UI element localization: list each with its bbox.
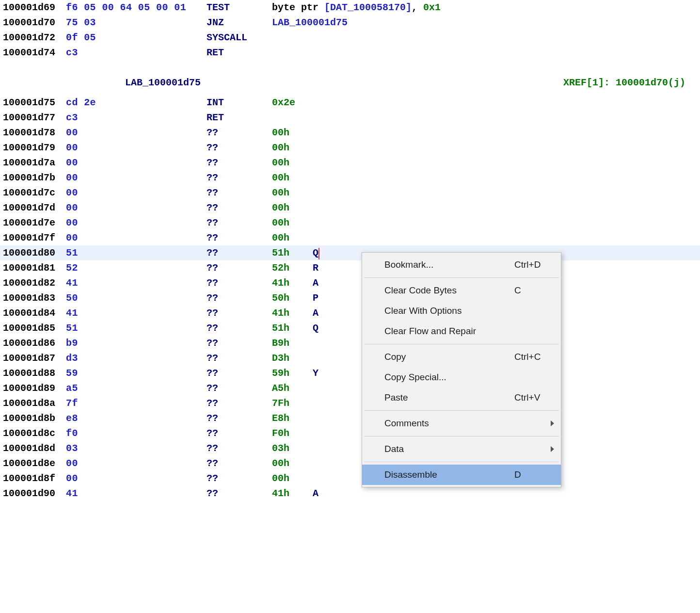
disassembly-row[interactable]: 100001d7e00??00h (0, 215, 700, 230)
address-column: 100001d86 (3, 336, 66, 351)
disassembly-row[interactable]: 100001d8241??41h A (0, 275, 700, 290)
bytes-column: e8 (66, 411, 207, 426)
address-column: 100001d8d (3, 441, 66, 456)
operand-column: 00h (272, 230, 700, 245)
address-column: 100001d8f (3, 471, 66, 486)
address-column: 100001d69 (3, 0, 66, 15)
address-column: 100001d78 (3, 125, 66, 140)
menu-item-shortcut: Ctrl+C (514, 350, 553, 364)
operand-column: 0x2e (272, 95, 700, 110)
address-column: 100001d77 (3, 110, 66, 125)
address-column: 100001d7f (3, 230, 66, 245)
address-column: 100001d7e (3, 215, 66, 230)
address-column: 100001d87 (3, 351, 66, 366)
bytes-column: 52 (66, 260, 207, 275)
disassembly-row[interactable]: 100001d8859??59h Y (0, 366, 700, 381)
menu-item-copy-special[interactable]: Copy Special... (362, 367, 561, 387)
operand-column: 00h (272, 125, 700, 140)
disassembly-row[interactable]: 100001d8be8??E8h (0, 411, 700, 426)
mnemonic-column: ?? (207, 155, 272, 170)
disassembly-row[interactable]: 100001d8d03??03h (0, 441, 700, 456)
mnemonic-column: ?? (207, 140, 272, 155)
address-column: 100001d7a (3, 155, 66, 170)
operand-column: 41h A (272, 486, 700, 501)
bytes-column: 00 (66, 185, 207, 200)
code-label-row[interactable]: LAB_100001d75XREF[1]: 100001d70(j) (0, 75, 700, 90)
mnemonic-column: ?? (207, 426, 272, 441)
menu-item-clear-with-options[interactable]: Clear With Options (362, 301, 561, 321)
menu-item-clear-flow-and-repair[interactable]: Clear Flow and Repair (362, 321, 561, 341)
bytes-column: 00 (66, 140, 207, 155)
code-label[interactable]: LAB_100001d75 (125, 75, 201, 90)
bytes-column: 00 (66, 456, 207, 471)
disassembly-row[interactable]: 100001d8a7f??7Fh (0, 396, 700, 411)
menu-item-label: Copy (384, 350, 514, 364)
disassembly-row[interactable]: 100001d8cf0??F0h (0, 426, 700, 441)
disassembly-row[interactable]: 100001d7900??00h (0, 140, 700, 155)
disassembly-row[interactable]: 100001d8e00??00h (0, 456, 700, 471)
mnemonic-column: ?? (207, 381, 272, 396)
bytes-column: f6 05 00 64 05 00 01 (66, 0, 207, 15)
menu-item-paste[interactable]: PasteCtrl+V (362, 387, 561, 408)
bytes-column: 00 (66, 125, 207, 140)
disassembly-row[interactable]: 100001d7c00??00h (0, 185, 700, 200)
bytes-column: c3 (66, 45, 207, 60)
disassembly-row[interactable]: 100001d8350??50h P (0, 290, 700, 306)
disassembly-row[interactable]: 100001d7a00??00h (0, 155, 700, 170)
menu-item-clear-code-bytes[interactable]: Clear Code BytesC (362, 280, 561, 301)
disassembly-row[interactable]: 100001d7d00??00h (0, 200, 700, 215)
disassembly-row[interactable]: 100001d720f 05SYSCALL (0, 30, 700, 45)
disassembly-row[interactable]: 100001d8152??52h R (0, 260, 700, 275)
disassembly-row[interactable]: 100001d75cd 2eINT0x2e (0, 95, 700, 110)
menu-item-label: Bookmark... (384, 258, 514, 272)
mnemonic-column: ?? (207, 411, 272, 426)
mnemonic-column: ?? (207, 260, 272, 275)
menu-item-label: Paste (384, 390, 514, 404)
mnemonic-column: ?? (207, 245, 272, 260)
address-column: 100001d82 (3, 275, 66, 290)
bytes-column: 00 (66, 155, 207, 170)
disassembly-row[interactable]: 100001d7f00??00h (0, 230, 700, 245)
disassembly-listing[interactable]: 100001d69f6 05 00 64 05 00 01TESTbyte pt… (0, 0, 700, 501)
mnemonic-column: ?? (207, 396, 272, 411)
disassembly-row[interactable]: 100001d9041??41h A (0, 486, 700, 501)
bytes-column: 51 (66, 245, 207, 260)
menu-item-label: Clear Flow and Repair (384, 324, 514, 338)
address-column: 100001d84 (3, 306, 66, 321)
mnemonic-column: ?? (207, 321, 272, 336)
bytes-column: b9 (66, 336, 207, 351)
xref-label[interactable]: XREF[1]: 100001d70(j) (563, 75, 685, 90)
menu-item-comments[interactable]: Comments (362, 413, 561, 434)
disassembly-row[interactable]: 100001d7800??00h (0, 125, 700, 140)
menu-item-disassemble[interactable]: DisassembleD (362, 465, 561, 485)
disassembly-row[interactable]: 100001d8051??51h Q (0, 245, 700, 260)
disassembly-row[interactable]: 100001d7b00??00h (0, 170, 700, 185)
menu-item-copy[interactable]: CopyCtrl+C (362, 347, 561, 367)
address-column: 100001d81 (3, 260, 66, 275)
disassembly-row[interactable]: 100001d87d3??D3h (0, 351, 700, 366)
menu-separator (364, 436, 559, 436)
mnemonic-column: ?? (207, 215, 272, 230)
disassembly-row[interactable]: 100001d8551??51h Q (0, 321, 700, 336)
menu-item-bookmark[interactable]: Bookmark...Ctrl+D (362, 255, 561, 275)
address-column: 100001d90 (3, 486, 66, 501)
disassembly-row[interactable]: 100001d86b9??B9h (0, 336, 700, 351)
text-cursor (318, 248, 319, 259)
disassembly-row[interactable]: 100001d89a5??A5h (0, 381, 700, 396)
context-menu[interactable]: Bookmark...Ctrl+DClear Code BytesCClear … (362, 252, 561, 487)
bytes-column: a5 (66, 381, 207, 396)
menu-item-label: Disassemble (384, 468, 514, 482)
bytes-column: 00 (66, 230, 207, 245)
disassembly-row[interactable]: 100001d8f00??00h (0, 471, 700, 486)
disassembly-row[interactable]: 100001d69f6 05 00 64 05 00 01TESTbyte pt… (0, 0, 700, 15)
disassembly-row[interactable]: 100001d7075 03JNZLAB_100001d75 (0, 15, 700, 30)
mnemonic-column: ?? (207, 170, 272, 185)
disassembly-row[interactable]: 100001d8441??41h A (0, 306, 700, 321)
menu-separator (364, 410, 559, 411)
disassembly-row[interactable]: 100001d77c3RET (0, 110, 700, 125)
operand-column: 00h (272, 200, 700, 215)
mnemonic-column: JNZ (207, 15, 272, 30)
disassembly-row[interactable]: 100001d74c3RET (0, 45, 700, 60)
menu-item-data[interactable]: Data (362, 439, 561, 459)
mnemonic-column: TEST (207, 0, 272, 15)
